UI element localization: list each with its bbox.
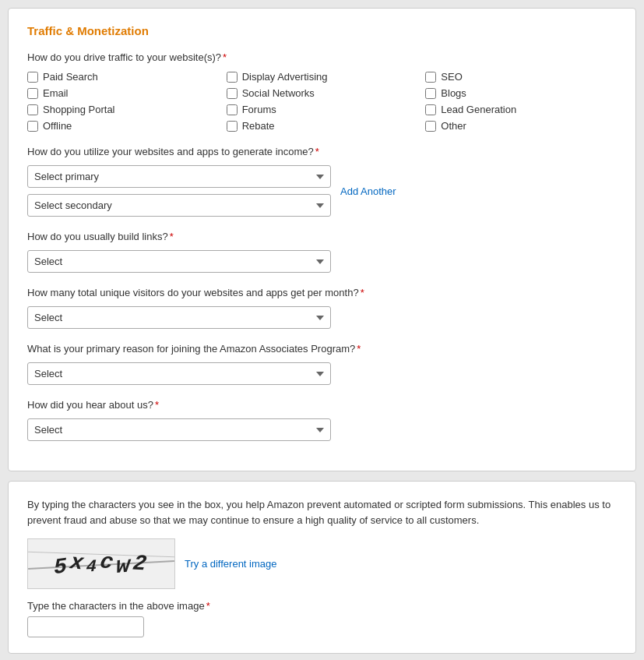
checkbox-blogs-label: Blogs bbox=[441, 87, 466, 99]
income-selects-row: Select primary Select secondary Add Anot… bbox=[27, 165, 617, 217]
captcha-image-row: 5x4cw2 Try a different image bbox=[27, 538, 617, 589]
try-different-image-link[interactable]: Try a different image bbox=[185, 558, 277, 570]
income-question-label: How do you utilize your websites and app… bbox=[27, 146, 617, 157]
joining-question-block: What is your primary reason for joining … bbox=[27, 343, 617, 385]
joining-select-wrapper: Select bbox=[27, 362, 331, 385]
visitors-select-wrapper: Select bbox=[27, 306, 331, 329]
visitors-question-block: How many total unique visitors do your w… bbox=[27, 287, 617, 329]
joining-question-label: What is your primary reason for joining … bbox=[27, 343, 617, 355]
hear-select-wrapper: Select bbox=[27, 418, 331, 441]
links-question-label: How do you usually build links?* bbox=[27, 231, 617, 242]
checkbox-paid-search-label: Paid Search bbox=[43, 71, 98, 83]
add-another-link[interactable]: Add Another bbox=[340, 185, 396, 197]
checkbox-rebate[interactable]: Rebate bbox=[227, 120, 418, 132]
checkbox-email[interactable]: Email bbox=[27, 87, 219, 99]
checkbox-rebate-input[interactable] bbox=[227, 121, 238, 132]
captcha-type-label: Type the characters in the above image* bbox=[27, 600, 617, 612]
checkbox-other-label: Other bbox=[441, 120, 466, 132]
checkbox-display-advertising-input[interactable] bbox=[227, 72, 238, 83]
checkbox-seo-label: SEO bbox=[441, 71, 462, 83]
checkbox-shopping-portal-label: Shopping Portal bbox=[43, 104, 115, 115]
income-primary-wrapper: Select primary bbox=[27, 165, 331, 188]
income-secondary-wrapper: Select secondary bbox=[27, 194, 331, 217]
traffic-required-star: * bbox=[223, 51, 227, 63]
joining-required-star: * bbox=[357, 343, 361, 355]
visitors-question-label: How many total unique visitors do your w… bbox=[27, 287, 617, 298]
checkbox-offline-label: Offline bbox=[43, 120, 72, 132]
income-secondary-select[interactable]: Select secondary bbox=[27, 194, 331, 217]
income-question-block: How do you utilize your websites and app… bbox=[27, 146, 617, 217]
captcha-input[interactable] bbox=[27, 616, 144, 637]
captcha-image: 5x4cw2 bbox=[27, 538, 175, 589]
checkbox-email-input[interactable] bbox=[27, 88, 38, 99]
traffic-checkbox-grid: Paid Search Display Advertising SEO Emai… bbox=[27, 71, 617, 132]
checkbox-lead-generation-label: Lead Generation bbox=[441, 104, 516, 115]
links-required-star: * bbox=[170, 231, 174, 242]
links-select-wrapper: Select bbox=[27, 250, 331, 273]
visitors-required-star: * bbox=[361, 287, 364, 298]
checkbox-other[interactable]: Other bbox=[425, 120, 617, 132]
income-primary-select[interactable]: Select primary bbox=[27, 165, 331, 188]
checkbox-social-networks-label: Social Networks bbox=[242, 87, 315, 99]
joining-select[interactable]: Select bbox=[27, 362, 331, 385]
captcha-description: By typing the characters you see in the … bbox=[27, 497, 617, 528]
checkbox-forums[interactable]: Forums bbox=[227, 104, 418, 115]
checkbox-offline[interactable]: Offline bbox=[27, 120, 219, 132]
checkbox-rebate-label: Rebate bbox=[242, 120, 275, 132]
captcha-section: By typing the characters you see in the … bbox=[8, 481, 636, 654]
checkbox-shopping-portal-input[interactable] bbox=[27, 104, 38, 115]
links-select[interactable]: Select bbox=[27, 250, 331, 273]
hear-required-star: * bbox=[155, 399, 159, 411]
visitors-select[interactable]: Select bbox=[27, 306, 331, 329]
checkbox-seo[interactable]: SEO bbox=[425, 71, 617, 83]
income-required-star: * bbox=[315, 146, 319, 157]
checkbox-other-input[interactable] bbox=[425, 121, 436, 132]
hear-question-label: How did you hear about us?* bbox=[27, 399, 617, 411]
checkbox-paid-search[interactable]: Paid Search bbox=[27, 71, 219, 83]
checkbox-offline-input[interactable] bbox=[27, 121, 38, 132]
captcha-noise-text: 5x4cw2 bbox=[52, 551, 150, 577]
checkbox-forums-label: Forums bbox=[242, 104, 276, 115]
traffic-monetization-section: Traffic & Monetization How do you drive … bbox=[8, 8, 636, 471]
checkbox-social-networks[interactable]: Social Networks bbox=[227, 87, 418, 99]
section-title: Traffic & Monetization bbox=[27, 24, 617, 37]
checkbox-display-advertising[interactable]: Display Advertising bbox=[227, 71, 418, 83]
checkbox-shopping-portal[interactable]: Shopping Portal bbox=[27, 104, 219, 115]
checkbox-blogs[interactable]: Blogs bbox=[425, 87, 617, 99]
checkbox-blogs-input[interactable] bbox=[425, 88, 436, 99]
hear-select[interactable]: Select bbox=[27, 418, 331, 441]
checkbox-lead-generation-input[interactable] bbox=[425, 104, 436, 115]
traffic-question-label: How do you drive traffic to your website… bbox=[27, 51, 617, 63]
checkbox-display-advertising-label: Display Advertising bbox=[242, 71, 328, 83]
checkbox-email-label: Email bbox=[43, 87, 69, 99]
income-selects-col: Select primary Select secondary bbox=[27, 165, 331, 217]
traffic-question-block: How do you drive traffic to your website… bbox=[27, 51, 617, 132]
captcha-required-star: * bbox=[206, 600, 210, 612]
checkbox-lead-generation[interactable]: Lead Generation bbox=[425, 104, 617, 115]
links-question-block: How do you usually build links?* Select bbox=[27, 231, 617, 273]
checkbox-forums-input[interactable] bbox=[227, 104, 238, 115]
hear-question-block: How did you hear about us?* Select bbox=[27, 399, 617, 441]
checkbox-social-networks-input[interactable] bbox=[227, 88, 238, 99]
checkbox-seo-input[interactable] bbox=[425, 72, 436, 83]
checkbox-paid-search-input[interactable] bbox=[27, 72, 38, 83]
